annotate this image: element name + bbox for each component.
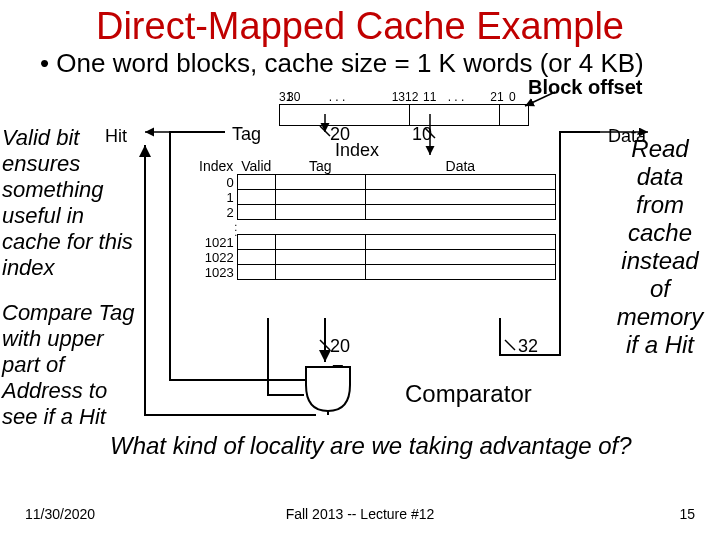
note-read-data: Read data from cache instead of memory i… [610, 135, 710, 359]
comparator-label: Comparator [405, 380, 532, 408]
bit-13: 13 [367, 90, 405, 104]
svg-line-5 [320, 340, 330, 350]
hdr-valid: Valid [237, 158, 275, 175]
row-idx: 1 [195, 190, 237, 205]
bit-12: 12 [405, 90, 423, 104]
index-width-label: 10 [412, 124, 432, 145]
footer-page-number: 15 [679, 506, 695, 522]
cache-table: Index Valid Tag Data 0 1 2 . . . 1021 10… [195, 158, 556, 280]
addr-offset-segment [500, 105, 528, 125]
svg-line-3 [320, 126, 330, 136]
bit-30: 30 [287, 90, 307, 104]
note-valid-bit: Valid bit ensures something useful in ca… [2, 125, 137, 281]
bits-dots-2: . . . [441, 90, 471, 104]
svg-line-6 [505, 340, 515, 350]
hdr-data: Data [365, 158, 555, 175]
addr-tag-segment [280, 105, 410, 125]
hit-output-label: Hit [105, 126, 127, 147]
address-register: 31 30 . . . 13 12 11 . . . 2 1 0 [279, 90, 529, 126]
bit-31: 31 [279, 90, 287, 104]
footer-lecture: Fall 2013 -- Lecture #12 [0, 506, 720, 522]
locality-question: What kind of locality are we taking adva… [110, 432, 632, 460]
row-idx: 2 [195, 205, 237, 220]
row-idx: 1021 [195, 235, 237, 250]
block-offset-label: Block offset [528, 76, 642, 99]
row-idx: 0 [195, 175, 237, 190]
cmp-width-label: 20 [330, 336, 350, 357]
note-compare-tag: Compare Tag with upper part of Address t… [2, 300, 137, 430]
bit-1: 1 [497, 90, 509, 104]
bit-11: 11 [423, 90, 441, 104]
data-output-label: Data [608, 126, 646, 147]
hdr-tag: Tag [275, 158, 365, 175]
row-idx: 1023 [195, 265, 237, 280]
bit-0: 0 [509, 90, 521, 104]
bits-dots: . . . [307, 90, 367, 104]
tag-label: Tag [232, 124, 261, 145]
addr-index-segment [410, 105, 500, 125]
row-idx: 1022 [195, 250, 237, 265]
slide-title: Direct-Mapped Cache Example [0, 5, 720, 48]
bullet-line: • One word blocks, cache size = 1 K word… [40, 48, 644, 79]
and-gate-icon [300, 365, 356, 415]
bit-2: 2 [471, 90, 497, 104]
hdr-index: Index [195, 158, 237, 175]
data-width-label: 32 [518, 336, 538, 357]
